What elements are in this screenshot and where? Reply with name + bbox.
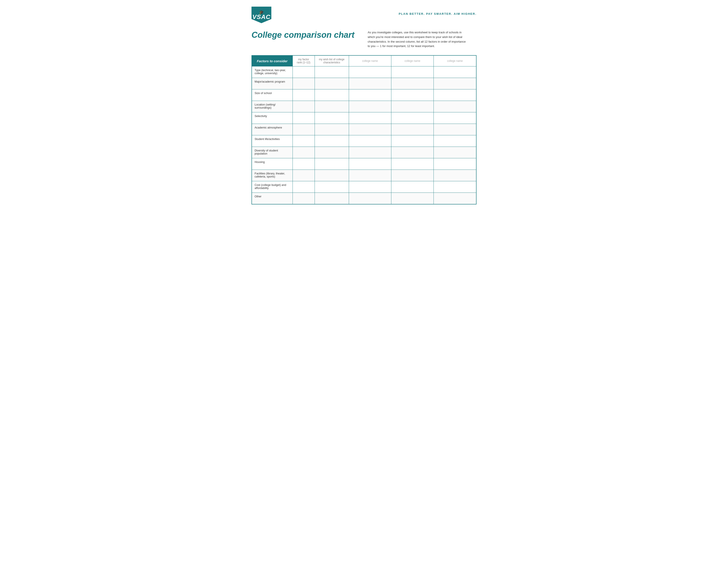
college3-cell[interactable] [434, 124, 476, 135]
college1-cell[interactable] [349, 89, 391, 101]
vsac-logo-badge: 🎓 VSAC [251, 7, 271, 23]
table-row: Academic atmosphere [252, 124, 476, 135]
table-row: Size of school [252, 89, 476, 101]
logo-container: 🎓 VSAC [251, 7, 271, 26]
college3-cell[interactable] [434, 181, 476, 193]
rank-cell[interactable] [293, 112, 315, 124]
rank-cell[interactable] [293, 170, 315, 181]
table-row: Location (setting/ surroundings) [252, 101, 476, 112]
header-college2: college name [391, 55, 433, 66]
wishlist-cell[interactable] [315, 112, 349, 124]
college2-cell[interactable] [391, 193, 433, 204]
page-title: College comparison chart [251, 30, 355, 40]
college1-cell[interactable] [349, 112, 391, 124]
college1-cell[interactable] [349, 158, 391, 170]
header-factors: Factors to consider [252, 55, 293, 66]
college1-cell[interactable] [349, 135, 391, 147]
rank-cell[interactable] [293, 193, 315, 204]
college2-cell[interactable] [391, 170, 433, 181]
college1-cell[interactable] [349, 147, 391, 158]
rank-cell[interactable] [293, 158, 315, 170]
title-section: College comparison chart As you investig… [251, 30, 477, 49]
factor-cell: Other [252, 193, 293, 204]
wishlist-cell[interactable] [315, 193, 349, 204]
table-row: Cost (college budget) and affordability [252, 181, 476, 193]
factor-cell: Selectivity [252, 112, 293, 124]
table-row: Selectivity [252, 112, 476, 124]
college3-cell[interactable] [434, 170, 476, 181]
college2-cell[interactable] [391, 181, 433, 193]
header-rank: my factor rank (1–12) [293, 55, 315, 66]
rank-cell[interactable] [293, 78, 315, 89]
comparison-table: Factors to consider my factor rank (1–12… [251, 55, 477, 204]
college3-cell[interactable] [434, 66, 476, 78]
wishlist-cell[interactable] [315, 124, 349, 135]
wishlist-cell[interactable] [315, 135, 349, 147]
wishlist-cell[interactable] [315, 78, 349, 89]
college1-cell[interactable] [349, 170, 391, 181]
college2-cell[interactable] [391, 158, 433, 170]
wishlist-cell[interactable] [315, 89, 349, 101]
college2-cell[interactable] [391, 135, 433, 147]
rank-cell[interactable] [293, 147, 315, 158]
rank-cell[interactable] [293, 89, 315, 101]
rank-cell[interactable] [293, 181, 315, 193]
college2-cell[interactable] [391, 124, 433, 135]
college1-cell[interactable] [349, 181, 391, 193]
wishlist-cell[interactable] [315, 66, 349, 78]
logo-text: VSAC [252, 14, 270, 20]
college1-cell[interactable] [349, 193, 391, 204]
table-header-row: Factors to consider my factor rank (1–12… [252, 55, 476, 66]
logo-inner: 🎓 VSAC [252, 10, 270, 20]
college2-cell[interactable] [391, 112, 433, 124]
factor-cell: Facilities (library, theater, cafeteria,… [252, 170, 293, 181]
factor-cell: Student life/activities [252, 135, 293, 147]
college1-cell[interactable] [349, 101, 391, 112]
factor-cell: Size of school [252, 89, 293, 101]
rank-cell[interactable] [293, 101, 315, 112]
college2-cell[interactable] [391, 66, 433, 78]
header-wishlist: my wish list of college characteristics [315, 55, 349, 66]
college3-cell[interactable] [434, 101, 476, 112]
header-college1: college name [349, 55, 391, 66]
college3-cell[interactable] [434, 89, 476, 101]
factor-cell: Major/academic program [252, 78, 293, 89]
page-description: As you investigate colleges, use this wo… [368, 30, 467, 49]
rank-cell[interactable] [293, 66, 315, 78]
college1-cell[interactable] [349, 66, 391, 78]
college3-cell[interactable] [434, 112, 476, 124]
table-body: Type (technical, two-year, college, univ… [252, 66, 476, 204]
college2-cell[interactable] [391, 101, 433, 112]
college1-cell[interactable] [349, 78, 391, 89]
tagline: PLAN BETTER. PAY SMARTER. AIM HIGHER. [399, 7, 477, 15]
wishlist-cell[interactable] [315, 181, 349, 193]
college2-cell[interactable] [391, 147, 433, 158]
table-row: Major/academic program [252, 78, 476, 89]
table-row: Other [252, 193, 476, 204]
wishlist-cell[interactable] [315, 147, 349, 158]
wishlist-cell[interactable] [315, 101, 349, 112]
factor-cell: Academic atmosphere [252, 124, 293, 135]
table-row: Housing [252, 158, 476, 170]
college2-cell[interactable] [391, 89, 433, 101]
college3-cell[interactable] [434, 147, 476, 158]
college3-cell[interactable] [434, 193, 476, 204]
table-row: Student life/activities [252, 135, 476, 147]
college1-cell[interactable] [349, 124, 391, 135]
college3-cell[interactable] [434, 78, 476, 89]
page-header: 🎓 VSAC PLAN BETTER. PAY SMARTER. AIM HIG… [251, 7, 477, 26]
table-row: Type (technical, two-year, college, univ… [252, 66, 476, 78]
college3-cell[interactable] [434, 135, 476, 147]
college2-cell[interactable] [391, 78, 433, 89]
factor-cell: Location (setting/ surroundings) [252, 101, 293, 112]
rank-cell[interactable] [293, 135, 315, 147]
header-college3: college name [434, 55, 476, 66]
factor-cell: Diversity of student population [252, 147, 293, 158]
table-row: Facilities (library, theater, cafeteria,… [252, 170, 476, 181]
rank-cell[interactable] [293, 124, 315, 135]
wishlist-cell[interactable] [315, 170, 349, 181]
wishlist-cell[interactable] [315, 158, 349, 170]
college3-cell[interactable] [434, 158, 476, 170]
table-row: Diversity of student population [252, 147, 476, 158]
factor-cell: Type (technical, two-year, college, univ… [252, 66, 293, 78]
